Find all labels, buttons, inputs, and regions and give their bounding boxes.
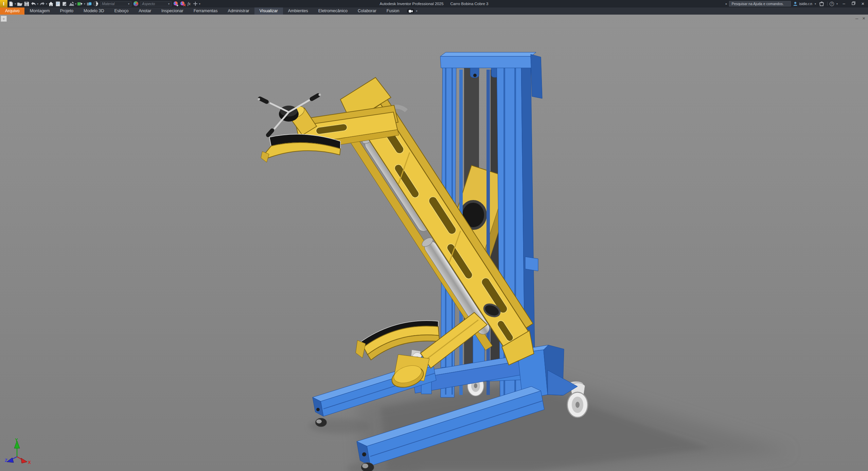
- aspect-combobox-value: Aspecto: [142, 2, 155, 6]
- account-menu[interactable]: isidio.r.n: [793, 1, 812, 6]
- titlebar-divider: [827, 2, 828, 6]
- save-floppy-icon: [24, 1, 29, 6]
- return-icon: [62, 1, 67, 6]
- ribbon-display-toggle[interactable]: ▾: [404, 7, 420, 15]
- material-combobox-value: Material: [102, 2, 114, 6]
- update-cube-icon: [86, 1, 92, 6]
- measure-caret[interactable]: ▾: [199, 2, 201, 5]
- tab-ambientes[interactable]: Ambientes: [283, 7, 313, 15]
- help-button[interactable]: ?: [830, 2, 834, 6]
- ribbon-tab-bar: Arquivo Montagem Projeto Modelo 3D Esboç…: [0, 7, 868, 15]
- inventor-logo: I: [3, 1, 4, 6]
- adjust-appearance-button[interactable]: [173, 0, 179, 7]
- measure-button[interactable]: [192, 0, 199, 7]
- material-combobox[interactable]: Material ▾: [100, 1, 131, 6]
- return-button[interactable]: [61, 0, 68, 7]
- sheet-grid-icon: [55, 1, 60, 6]
- tab-anotar[interactable]: Anotar: [134, 7, 156, 15]
- help-caret[interactable]: ▾: [836, 2, 838, 5]
- local-update-button[interactable]: [86, 0, 92, 7]
- shopping-bag-icon: [819, 1, 824, 6]
- username-label: isidio.r.n: [799, 2, 812, 6]
- new-file-icon: [8, 1, 14, 6]
- tab-ferramentas[interactable]: Ferramentas: [189, 7, 223, 15]
- clear-appearance-button[interactable]: [179, 0, 186, 7]
- restore-icon: [852, 1, 855, 5]
- redo-button[interactable]: [39, 0, 46, 7]
- sketch-view-button[interactable]: [68, 0, 75, 7]
- select-cursor-icon: [77, 1, 83, 6]
- material-combobox-caret: ▾: [128, 2, 130, 5]
- open-folder-icon: [17, 1, 23, 6]
- document-window-controls: – ×: [855, 15, 865, 21]
- aspect-combobox-caret: ▾: [168, 2, 170, 5]
- home-button[interactable]: [48, 0, 54, 7]
- undo-button[interactable]: [30, 0, 37, 7]
- app-title: Autodesk Inventor Professional 2025: [380, 2, 444, 6]
- tab-modelo-3d[interactable]: Modelo 3D: [78, 7, 109, 15]
- tab-fusion[interactable]: Fusion: [382, 7, 405, 15]
- help-search-input[interactable]: Pesquisar na Ajuda e comandos.: [729, 1, 791, 6]
- tab-colaborar[interactable]: Colaborar: [353, 7, 382, 15]
- camera-icon: [407, 9, 414, 13]
- open-file-button[interactable]: [16, 0, 23, 7]
- parameters-fx-button[interactable]: fx: [186, 1, 192, 6]
- axis-label-z: Z: [5, 458, 7, 463]
- undo-arrow-icon: [31, 1, 36, 6]
- color-wheel-sphere-icon: [133, 1, 139, 6]
- help-search-placeholder: Pesquisar na Ajuda e comandos.: [731, 2, 784, 6]
- top-saddle: [261, 134, 340, 162]
- aspect-combobox[interactable]: Aspecto ▾: [140, 1, 172, 6]
- tab-projeto[interactable]: Projeto: [55, 7, 78, 15]
- help-question-icon: ?: [831, 2, 833, 5]
- tab-montagem[interactable]: Montagem: [24, 7, 55, 15]
- tab-arquivo[interactable]: Arquivo: [0, 7, 24, 15]
- select-tool-button[interactable]: [77, 0, 84, 7]
- window-minimize-button[interactable]: –: [840, 0, 848, 7]
- tab-eletromecanico[interactable]: Eletromecânico: [313, 7, 353, 15]
- checkered-sphere-icon: [93, 1, 99, 6]
- save-button[interactable]: [23, 0, 30, 7]
- sketch-mountain-icon: [69, 1, 74, 6]
- sphere-plus-icon: [173, 1, 179, 6]
- titlebar-right: ▸ Pesquisar na Ajuda e comandos. isidio.…: [726, 0, 868, 7]
- redo-arrow-icon: [39, 1, 45, 6]
- axis-label-y: Y: [15, 437, 18, 442]
- plus-icon: [193, 1, 198, 6]
- ribbon-display-caret: ▾: [415, 10, 418, 13]
- user-avatar-icon: [793, 1, 798, 6]
- store-button[interactable]: [818, 0, 825, 7]
- drawing-sheet-button[interactable]: [54, 0, 61, 7]
- sphere-x-icon: [180, 1, 186, 6]
- home-icon: [48, 1, 54, 6]
- tab-administrar[interactable]: Administrar: [223, 7, 254, 15]
- tab-inspecionar[interactable]: Inspecionar: [156, 7, 189, 15]
- quick-access-toolbar: I ▾ ▾ ▾ ▾: [0, 0, 201, 7]
- graphics-viewport[interactable]: + – ×: [0, 15, 868, 471]
- tab-esboco[interactable]: Esboço: [109, 7, 134, 15]
- document-minimize-button[interactable]: –: [855, 15, 858, 21]
- document-close-button[interactable]: ×: [862, 15, 865, 21]
- window-restore-button[interactable]: [850, 0, 857, 7]
- axis-triad: Y Z X: [5, 437, 31, 465]
- search-expander-icon[interactable]: ▸: [726, 2, 727, 5]
- account-caret[interactable]: ▾: [814, 2, 816, 5]
- axis-label-x: X: [28, 460, 31, 465]
- appearance-sphere-button[interactable]: [92, 0, 99, 7]
- 3d-model-carro-bobina-cobre[interactable]: Y Z X: [0, 15, 868, 471]
- application-menu-button[interactable]: I: [0, 0, 7, 7]
- color-sphere-button[interactable]: [132, 0, 139, 7]
- document-title: Carro Bobina Cobre 3: [450, 2, 489, 6]
- title-bar: I ▾ ▾ ▾ ▾: [0, 0, 868, 7]
- new-file-button[interactable]: [7, 0, 14, 7]
- plus-icon: +: [2, 16, 5, 21]
- browser-panel-add-button[interactable]: +: [1, 16, 7, 22]
- window-close-button[interactable]: ×: [859, 0, 867, 7]
- tab-visualizar[interactable]: Visualizar: [254, 7, 283, 15]
